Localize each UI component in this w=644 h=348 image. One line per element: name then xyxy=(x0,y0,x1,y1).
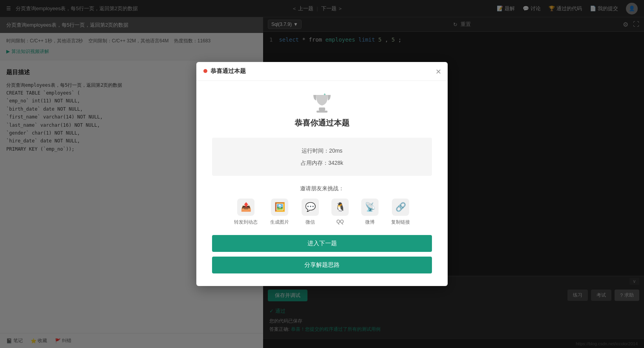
share-item[interactable]: 💬 微信 xyxy=(302,199,319,226)
share-item-label: 转发到动态 xyxy=(234,219,258,226)
modal-trophy-icon-wrapper: + xyxy=(212,92,432,115)
share-item-label: 微博 xyxy=(365,219,375,226)
trophy-svg-icon: + xyxy=(310,92,334,115)
share-icon: 💬 xyxy=(302,199,319,216)
svg-rect-0 xyxy=(319,107,325,111)
share-item-label: 生成图片 xyxy=(270,219,289,226)
svg-rect-1 xyxy=(317,111,327,113)
modal-overlay: 恭喜通过本题 ✕ + 恭喜你通过本题 运行时间：20ms xyxy=(0,0,644,348)
share-icon: 📤 xyxy=(237,199,254,216)
share-item[interactable]: 📤 转发到动态 xyxy=(234,199,258,226)
congrats-text: 恭喜你通过本题 xyxy=(295,118,349,128)
share-solution-btn[interactable]: 分享解题思路 xyxy=(212,257,432,273)
modal-title: 恭喜通过本题 xyxy=(210,67,246,75)
share-icon: 📡 xyxy=(361,199,379,216)
modal-header: 恭喜通过本题 ✕ xyxy=(196,62,448,81)
invite-label: 邀请朋友来挑战： xyxy=(212,185,432,192)
memory-usage: 占用内存：3428k xyxy=(212,157,432,169)
share-item-label: 微信 xyxy=(306,219,315,226)
modal-red-dot xyxy=(203,69,207,73)
share-item[interactable]: 🔗 复制链接 xyxy=(391,199,410,226)
share-item[interactable]: 🖼️ 生成图片 xyxy=(270,199,289,226)
modal-body: + 恭喜你通过本题 运行时间：20ms 占用内存：3428k 邀请朋友来挑战： … xyxy=(196,81,448,286)
stats-box: 运行时间：20ms 占用内存：3428k xyxy=(212,138,432,176)
share-icons: 📤 转发到动态 🖼️ 生成图片 💬 微信 🐧 QQ 📡 微博 🔗 复制链接 xyxy=(212,199,432,226)
share-item[interactable]: 📡 微博 xyxy=(361,199,379,226)
run-time: 运行时间：20ms xyxy=(212,145,432,157)
svg-text:+: + xyxy=(324,92,326,97)
modal-close-btn[interactable]: ✕ xyxy=(435,67,441,76)
share-icon: 🖼️ xyxy=(271,199,288,216)
modal-congrats: 恭喜你通过本题 xyxy=(212,118,432,128)
share-icon: 🐧 xyxy=(331,199,349,216)
modal: 恭喜通过本题 ✕ + 恭喜你通过本题 运行时间：20ms xyxy=(196,62,448,286)
share-icon: 🔗 xyxy=(392,199,409,216)
share-item-label: QQ xyxy=(337,219,344,224)
share-item[interactable]: 🐧 QQ xyxy=(331,199,349,226)
share-item-label: 复制链接 xyxy=(391,219,410,226)
next-problem-btn[interactable]: 进入下一题 xyxy=(212,235,432,252)
